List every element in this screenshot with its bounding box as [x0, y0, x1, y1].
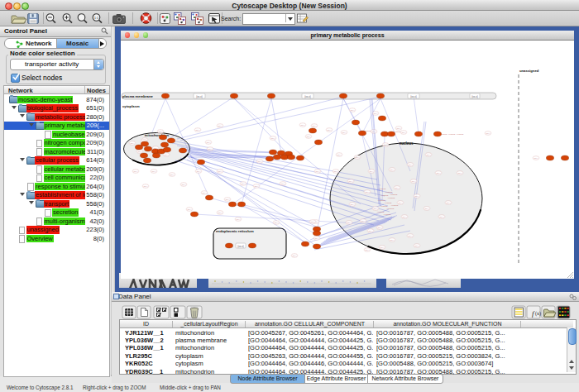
svg-text:(xx..): (xx..)	[409, 164, 413, 165]
svg-text:(xx..): (xx..)	[242, 183, 246, 184]
svg-text:(xx..): (xx..)	[218, 212, 223, 213]
svg-text:(xx..): (xx..)	[315, 237, 319, 239]
svg-text:(xx..): (xx..)	[397, 127, 401, 129]
svg-text:(xx..): (xx..)	[218, 125, 223, 127]
svg-text:Yxx00xC: Yxx00xC	[378, 199, 385, 201]
svg-text:(xx..): (xx..)	[154, 147, 158, 149]
svg-text:(xx..): (xx..)	[152, 170, 156, 172]
svg-text:(xx..): (xx..)	[374, 112, 378, 114]
svg-text:(xx..): (xx..)	[412, 180, 416, 182]
svg-text:(xx..): (xx..)	[351, 203, 355, 205]
svg-text:(xx..): (xx..)	[271, 137, 275, 139]
svg-text:(xx..): (xx..)	[182, 184, 186, 185]
svg-text:(xx..): (xx..)	[351, 109, 355, 111]
svg-text:(xx..): (xx..)	[188, 208, 192, 210]
svg-text:(xx..): (xx..)	[165, 154, 169, 155]
svg-text:(xx..): (xx..)	[370, 170, 374, 172]
svg-text:Yxx00xC: Yxx00xC	[379, 188, 386, 189]
svg-text:Yxx00xC: Yxx00xC	[457, 133, 464, 135]
svg-text:Yxx00xC: Yxx00xC	[387, 208, 395, 209]
svg-text:(xx..): (xx..)	[440, 216, 444, 218]
svg-text:Yxx00xC: Yxx00xC	[385, 191, 393, 193]
svg-text:(xx..): (xx..)	[356, 156, 360, 158]
svg-text:(xx..): (xx..)	[347, 222, 352, 223]
svg-text:(xx..): (xx..)	[134, 170, 138, 172]
svg-text:(xx..): (xx..)	[138, 151, 142, 152]
svg-text:Yxx00xC: Yxx00xC	[381, 194, 389, 196]
svg-text:plasma membrane: plasma membrane	[122, 94, 153, 98]
svg-text:(xx..): (xx..)	[226, 198, 230, 200]
svg-text:Yxx00xC: Yxx00xC	[390, 194, 398, 195]
svg-text:(xx..): (xx..)	[415, 245, 419, 246]
svg-text:(xx..): (xx..)	[415, 195, 419, 197]
svg-text:(xx..): (xx..)	[208, 148, 213, 150]
svg-text:(xx..): (xx..)	[369, 230, 373, 232]
svg-text:(xx..): (xx..)	[458, 172, 462, 174]
svg-text:(xx..): (xx..)	[349, 180, 353, 182]
svg-text:(xx..): (xx..)	[203, 192, 207, 194]
svg-text:(xx..): (xx..)	[409, 235, 413, 237]
svg-text:(xx..): (xx..)	[395, 187, 400, 189]
svg-text:(xx..): (xx..)	[313, 125, 317, 127]
svg-text:(xx-x): (xx-x)	[410, 95, 417, 98]
svg-text:(xx..): (xx..)	[402, 131, 406, 133]
svg-text:(xx..): (xx..)	[218, 170, 223, 172]
svg-text:(xx..): (xx..)	[334, 170, 338, 172]
svg-text:(xx..): (xx..)	[301, 124, 305, 126]
svg-text:(xx..): (xx..)	[374, 208, 378, 209]
svg-text:(xx..): (xx..)	[380, 246, 385, 248]
svg-text:(xx-x): (xx-x)	[237, 245, 244, 248]
svg-text:cytoplasm: cytoplasm	[122, 104, 140, 108]
svg-text:(xx..): (xx..)	[366, 249, 370, 251]
svg-text:(x): (x)	[535, 311, 541, 317]
svg-text:Yxx00xC: Yxx00xC	[380, 205, 388, 207]
svg-text:(xx-x): (xx-x)	[304, 95, 311, 98]
svg-text:(xx..): (xx..)	[281, 183, 285, 184]
svg-text:nucleus: nucleus	[399, 141, 414, 146]
svg-text:(xx..): (xx..)	[196, 129, 200, 131]
svg-text:(xx..): (xx..)	[197, 170, 201, 172]
svg-text:(xx..): (xx..)	[159, 131, 163, 132]
svg-text:unassigned: unassigned	[519, 69, 539, 73]
svg-text:Yxx00xC: Yxx00xC	[391, 204, 399, 206]
svg-text:(xx..): (xx..)	[384, 144, 388, 146]
svg-text:Yxx00xC: Yxx00xC	[377, 211, 385, 213]
svg-text:(xx..): (xx..)	[361, 220, 366, 222]
svg-text:(xx..): (xx..)	[328, 129, 332, 131]
svg-text:1:1: 1:1	[94, 16, 99, 20]
svg-text:(xx..): (xx..)	[390, 239, 395, 241]
svg-text:(xx..): (xx..)	[144, 185, 148, 187]
svg-text:(xx..): (xx..)	[342, 131, 347, 133]
svg-text:(xx..): (xx..)	[378, 227, 382, 228]
svg-text:Yxx00xC: Yxx00xC	[388, 197, 395, 198]
svg-text:(xx..): (xx..)	[486, 132, 490, 134]
svg-text:(xx..): (xx..)	[447, 202, 451, 203]
svg-text:(xx..): (xx..)	[437, 172, 441, 174]
svg-text:(xx..): (xx..)	[258, 160, 262, 162]
svg-text:(xx..): (xx..)	[307, 136, 311, 137]
svg-text:(xx..): (xx..)	[170, 174, 175, 175]
svg-text:(xx..): (xx..)	[275, 222, 279, 223]
svg-text:(xx..): (xx..)	[390, 169, 395, 170]
svg-text:(xx..): (xx..)	[427, 154, 431, 155]
svg-text:Yxx00xC: Yxx00xC	[448, 133, 456, 135]
svg-text:(xx..): (xx..)	[316, 170, 320, 172]
svg-text:(xx..): (xx..)	[366, 191, 370, 193]
svg-text:(xx..): (xx..)	[399, 202, 403, 203]
svg-text:(xx..): (xx..)	[237, 218, 241, 220]
svg-text:(xx..): (xx..)	[534, 157, 538, 159]
svg-text:Yxx00xC: Yxx00xC	[385, 202, 392, 203]
svg-text:(xx..): (xx..)	[425, 208, 429, 209]
svg-text:(xx..): (xx..)	[293, 255, 297, 256]
svg-text:(xx..): (xx..)	[311, 221, 315, 222]
svg-text:Yxx00xC: Yxx00xC	[394, 131, 401, 132]
svg-text:(xx..): (xx..)	[131, 142, 135, 144]
svg-text:(xx..): (xx..)	[255, 185, 259, 187]
svg-text:(xx-x): (xx-x)	[196, 95, 203, 98]
svg-text:(xx..): (xx..)	[403, 216, 407, 218]
svg-text:(xx..): (xx..)	[337, 154, 342, 155]
svg-text:Yxx00xC: Yxx00xC	[384, 213, 391, 215]
svg-text:(xx-x): (xx-x)	[471, 95, 478, 98]
svg-text:(xx..): (xx..)	[207, 141, 211, 143]
svg-text:endoplasmic reticulum: endoplasmic reticulum	[216, 229, 254, 233]
